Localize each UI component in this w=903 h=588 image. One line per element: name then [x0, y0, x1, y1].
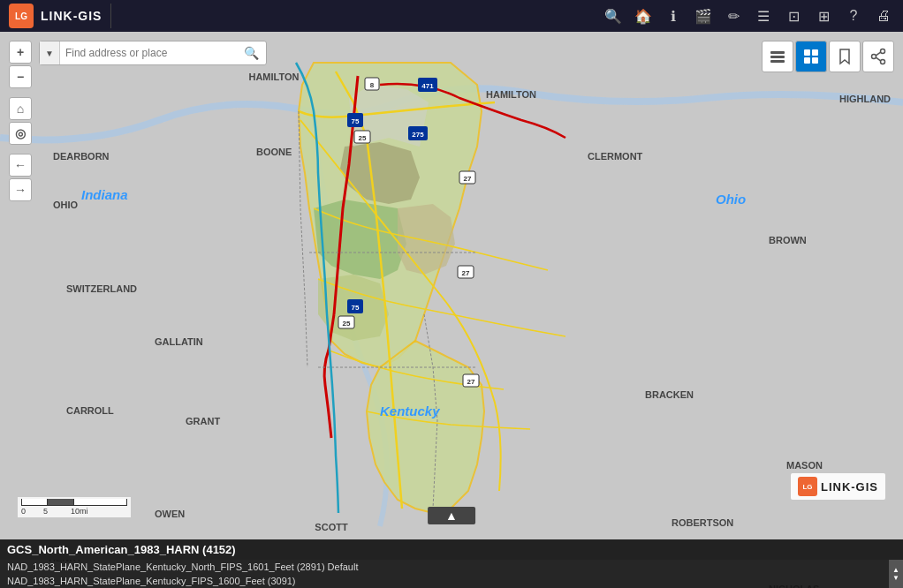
right-panel-top	[762, 41, 894, 72]
svg-text:BOONE: BOONE	[256, 147, 292, 157]
locate-btn[interactable]: ◎	[9, 122, 32, 145]
layers-btn[interactable]	[762, 41, 793, 72]
svg-text:OHIO: OHIO	[53, 200, 79, 210]
status-title: GCS_North_American_1983_HARN (4152)	[0, 539, 903, 560]
search-dropdown-btn[interactable]: ▼	[40, 41, 60, 64]
draw-tool-btn[interactable]: ✏	[719, 2, 747, 30]
svg-text:75: 75	[352, 117, 360, 125]
scroll-down-arrow: ▼	[892, 574, 899, 582]
svg-text:BRACKEN: BRACKEN	[645, 389, 694, 400]
app-logo-text: LINK-GIS	[41, 9, 102, 23]
svg-text:HIGHLAND: HIGHLAND	[839, 94, 891, 104]
scroll-up-arrow: ▲	[892, 566, 899, 574]
svg-text:HAMILTON: HAMILTON	[486, 89, 536, 100]
svg-text:SCOTT: SCOTT	[315, 522, 348, 532]
svg-text:Kentucky: Kentucky	[380, 403, 440, 418]
basemap-btn[interactable]	[795, 41, 827, 72]
svg-text:Ohio: Ohio	[716, 192, 746, 207]
search-submit-btn[interactable]: 🔍	[237, 41, 266, 64]
back-btn[interactable]: ←	[9, 154, 32, 177]
svg-text:275: 275	[412, 131, 424, 139]
svg-rect-49	[812, 57, 818, 64]
map-area[interactable]: Indiana Ohio Kentucky HAMILTON HAMILTON …	[0, 32, 903, 588]
svg-text:HAMILTON: HAMILTON	[248, 72, 299, 82]
map-controls: + − ⌂ ◎ ← →	[9, 41, 32, 201]
zoom-in-btn[interactable]: +	[9, 41, 32, 64]
scale-label-0: 0	[21, 507, 26, 516]
watermark-text: LINK-GIS	[821, 480, 878, 494]
svg-line-53	[876, 52, 880, 56]
svg-text:27: 27	[462, 269, 470, 277]
scale-label-10: 10mi	[71, 507, 88, 516]
map-svg: Indiana Ohio Kentucky HAMILTON HAMILTON …	[0, 32, 903, 588]
svg-text:CARROLL: CARROLL	[66, 405, 114, 416]
status-bar: GCS_North_American_1983_HARN (4152) NAD_…	[0, 539, 903, 588]
search-bar: ▼ 🔍	[39, 41, 267, 65]
svg-text:75: 75	[352, 304, 360, 312]
svg-text:27: 27	[464, 175, 472, 183]
svg-rect-44	[770, 56, 785, 58]
svg-rect-43	[770, 60, 785, 63]
info-tool-btn[interactable]: ℹ	[659, 2, 687, 30]
svg-point-52	[881, 60, 885, 64]
svg-rect-46	[804, 49, 810, 56]
svg-text:GALLATIN: GALLATIN	[155, 336, 203, 347]
svg-line-54	[876, 57, 880, 61]
share-btn[interactable]	[862, 41, 894, 72]
svg-rect-47	[812, 49, 818, 56]
status-item-1[interactable]: NAD_1983_HARN_StatePlane_Kentucky_North_…	[0, 560, 885, 574]
svg-text:471: 471	[421, 82, 434, 90]
scale-bar: 0 5 10mi	[18, 497, 131, 517]
svg-point-50	[881, 49, 885, 54]
status-item-2[interactable]: NAD_1983_HARN_StatePlane_Kentucky_FIPS_1…	[0, 574, 885, 588]
help-tool-btn[interactable]: ?	[839, 2, 868, 30]
svg-text:DEARBORN: DEARBORN	[53, 151, 110, 162]
svg-text:GRANT: GRANT	[186, 416, 220, 426]
svg-text:ROBERTSON: ROBERTSON	[672, 517, 733, 528]
grid-tool-btn[interactable]: ⊞	[809, 2, 838, 30]
svg-text:27: 27	[467, 378, 475, 386]
svg-text:25: 25	[343, 320, 351, 328]
logo-area: LG LINK-GIS	[0, 4, 111, 28]
home-tool-btn[interactable]: 🏠	[629, 2, 657, 30]
scale-label-5: 5	[43, 507, 48, 516]
expand-btn[interactable]: ▲	[428, 507, 475, 524]
home-btn[interactable]: ⌂	[9, 97, 32, 120]
svg-text:CLERMONT: CLERMONT	[588, 151, 643, 162]
svg-text:BROWN: BROWN	[769, 235, 807, 245]
bookmark-btn[interactable]	[829, 41, 861, 72]
zoom-out-btn[interactable]: −	[9, 65, 32, 88]
svg-point-51	[872, 55, 876, 59]
list-tool-btn[interactable]: ☰	[749, 2, 778, 30]
main-toolbar: LG LINK-GIS 🔍 🏠 ℹ 🎬 ✏ ☰ ⊡ ⊞ ? 🖨	[0, 0, 903, 32]
select-tool-btn[interactable]: ⊡	[779, 2, 808, 30]
svg-text:8: 8	[370, 81, 375, 89]
watermark-icon: LG	[798, 477, 817, 496]
search-tool-btn[interactable]: 🔍	[599, 2, 627, 30]
watermark: LG LINK-GIS	[791, 473, 885, 500]
svg-text:25: 25	[359, 134, 367, 142]
svg-text:Indiana: Indiana	[81, 187, 128, 202]
media-tool-btn[interactable]: 🎬	[689, 2, 717, 30]
print-tool-btn[interactable]: 🖨	[869, 2, 898, 30]
app-logo-icon: LG	[9, 4, 34, 28]
toolbar-icons: 🔍 🏠 ℹ 🎬 ✏ ☰ ⊡ ⊞ ? 🖨	[599, 2, 903, 30]
svg-text:MASON: MASON	[786, 460, 823, 471]
svg-rect-45	[770, 51, 785, 54]
status-scroll-btn[interactable]: ▲ ▼	[889, 560, 903, 588]
search-input[interactable]	[60, 47, 237, 59]
forward-btn[interactable]: →	[9, 178, 32, 201]
svg-rect-48	[804, 57, 810, 64]
svg-text:SWITZERLAND: SWITZERLAND	[66, 283, 137, 294]
svg-text:OWEN: OWEN	[155, 509, 185, 519]
